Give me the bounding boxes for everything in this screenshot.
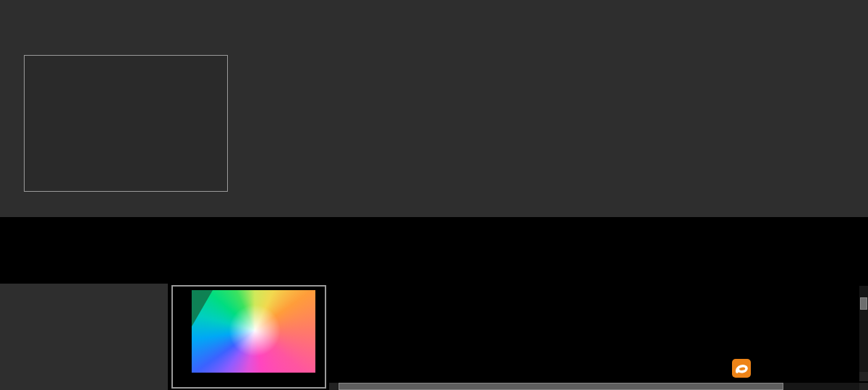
cie-overlay (192, 290, 315, 373)
charts-section (0, 0, 868, 217)
measurement-table (329, 286, 859, 381)
horizontal-scrollbar[interactable] (329, 383, 868, 390)
rgb-x-axis (257, 195, 529, 205)
scroll-right-icon[interactable] (859, 383, 868, 390)
deltae-y-axis (0, 55, 21, 192)
calibration-dashboard (0, 0, 868, 390)
vertical-scrollbar[interactable] (859, 286, 868, 381)
scroll-left-icon[interactable] (329, 383, 338, 390)
deltae-bar-chart (24, 55, 228, 192)
gamma-loglog-chart (561, 35, 833, 193)
bottom-section (0, 284, 868, 390)
cie-diagram (171, 285, 326, 389)
vertical-scrollbar-thumb[interactable] (860, 297, 867, 310)
horizontal-scrollbar-thumb[interactable] (339, 383, 783, 390)
rgb-y-axis (230, 35, 253, 193)
gamma-y-axis (534, 35, 557, 193)
swatch-strip (0, 217, 868, 284)
rgb-balance-chart (257, 35, 529, 193)
gamma-x-axis (561, 195, 833, 205)
scroll-down-icon[interactable] (859, 372, 868, 381)
deltae-x-axis (24, 194, 241, 204)
current-reading-panel (0, 284, 168, 390)
cie-color-field (192, 290, 315, 373)
